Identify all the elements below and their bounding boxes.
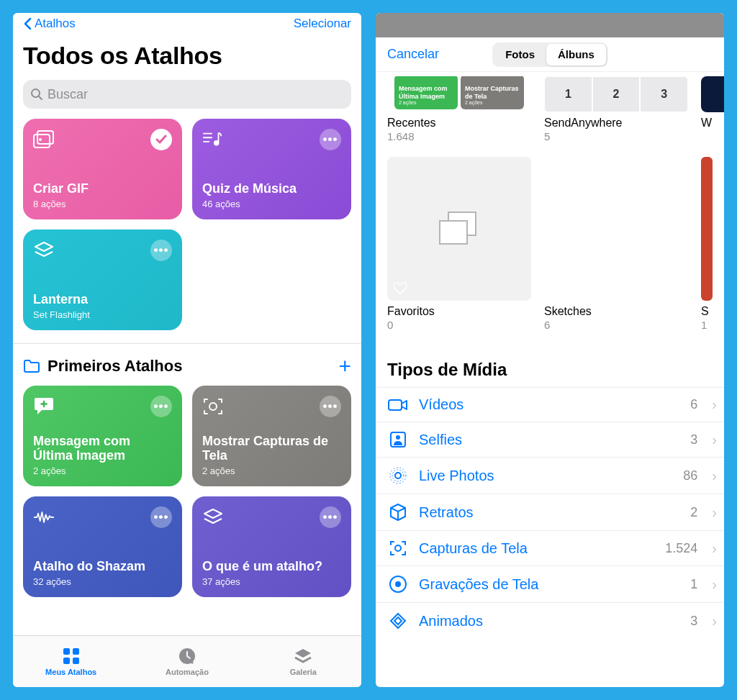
svg-rect-3: [37, 131, 53, 144]
chevron-right-icon: ›: [712, 432, 717, 448]
media-row-gravacoes[interactable]: Gravações de Tela 1 ›: [376, 566, 724, 603]
album-partial-2[interactable]: S 1: [701, 157, 713, 331]
tile-title: Criar GIF: [33, 181, 172, 196]
chevron-right-icon: ›: [712, 504, 717, 521]
album-sendanywhere[interactable]: 1 2 3 SendAnywhere 5: [544, 76, 688, 142]
svg-point-20: [395, 473, 401, 478]
layers-icon: [202, 506, 224, 528]
svg-point-11: [209, 403, 217, 410]
album-name: Sketches: [544, 305, 688, 318]
album-favoritos[interactable]: Favoritos 0: [387, 157, 531, 331]
portrait-icon: [387, 431, 409, 448]
tile-title: Atalho do Shazam: [33, 559, 172, 574]
tile-subtitle: 2 ações: [33, 465, 172, 476]
album-row-2: Favoritos 0 Sketches 6 S 1: [387, 157, 724, 331]
shortcut-tile-mensagem[interactable]: ••• Mensagem com Última Imagem 2 ações: [23, 386, 182, 486]
section-title: Primeiros Atalhos: [48, 357, 182, 376]
album-row-1: Mensagem com Última Imagem 2 ações Mostr…: [387, 76, 724, 142]
capture-icon: [202, 396, 224, 417]
shortcut-tile-quiz-musica[interactable]: ••• Quiz de Música 46 ações: [192, 119, 351, 219]
album-name: Favoritos: [387, 305, 531, 318]
svg-point-19: [396, 435, 400, 440]
frames-icon: [387, 612, 409, 630]
shortcut-tile-capturas[interactable]: ••• Mostrar Capturas de Tela 2 ações: [192, 386, 351, 486]
sa-number: 1: [544, 76, 592, 112]
record-icon: [387, 575, 409, 594]
media-name: Capturas de Tela: [419, 540, 655, 557]
album-count: 5: [544, 130, 688, 142]
more-icon[interactable]: •••: [150, 396, 172, 417]
media-row-retratos[interactable]: Retratos 2 ›: [376, 494, 724, 531]
svg-point-25: [395, 581, 401, 587]
svg-rect-15: [73, 658, 79, 664]
album-count: 6: [544, 319, 688, 331]
segment-albuns[interactable]: Álbuns: [546, 44, 606, 65]
placeholder-stack-icon: [439, 212, 479, 246]
cancel-button[interactable]: Cancelar: [387, 47, 439, 62]
search-input[interactable]: Buscar: [23, 80, 351, 109]
svg-point-21: [392, 470, 404, 481]
album-count: 1.648: [387, 130, 531, 142]
tab-bar: Meus Atalhos Automação Galeria: [13, 635, 361, 687]
grid-icon: [62, 647, 81, 665]
tile-subtitle: 32 ações: [33, 576, 172, 587]
svg-point-8: [214, 140, 220, 146]
tile-title: O que é um atalho?: [202, 559, 341, 574]
top-tiles-grid: Criar GIF 8 ações ••• Quiz de Música 46 …: [13, 119, 361, 340]
media-count: 3: [690, 432, 697, 447]
tile-subtitle: 37 ações: [202, 576, 341, 587]
chevron-right-icon: ›: [712, 576, 717, 593]
more-icon[interactable]: •••: [150, 240, 172, 261]
tab-my-shortcuts[interactable]: Meus Atalhos: [13, 636, 129, 687]
tab-gallery[interactable]: Galeria: [245, 636, 361, 687]
media-row-live-photos[interactable]: Live Photos 86 ›: [376, 458, 724, 494]
more-icon[interactable]: •••: [320, 396, 341, 417]
chevron-right-icon: ›: [712, 468, 717, 484]
tile-title: Mostrar Capturas de Tela: [202, 434, 341, 463]
media-name: Vídeos: [419, 396, 680, 413]
media-count: 1.524: [665, 541, 697, 556]
svg-point-4: [39, 138, 42, 141]
album-recentes[interactable]: Mensagem com Última Imagem 2 ações Mostr…: [387, 76, 531, 142]
media-row-animados[interactable]: Animados 3 ›: [376, 603, 724, 639]
tab-automation[interactable]: Automação: [129, 636, 245, 687]
shortcut-tile-lanterna[interactable]: ••• Lanterna Set Flashlight: [23, 229, 182, 330]
media-row-selfies[interactable]: Selfies 3 ›: [376, 422, 724, 458]
shortcut-tile-shazam[interactable]: ••• Atalho do Shazam 32 ações: [23, 496, 182, 597]
tab-label: Galeria: [290, 668, 317, 676]
chevron-right-icon: ›: [712, 613, 717, 629]
music-list-icon: [202, 129, 224, 150]
stack-icon: [294, 647, 312, 665]
more-icon[interactable]: •••: [320, 506, 341, 528]
svg-rect-2: [34, 135, 50, 147]
media-row-capturas[interactable]: Capturas de Tela 1.524 ›: [376, 531, 724, 566]
media-count: 6: [690, 397, 697, 412]
screenshot-icon: [387, 540, 409, 557]
add-button[interactable]: +: [338, 355, 351, 377]
media-count: 1: [690, 577, 697, 592]
sheet-dim: [376, 13, 724, 37]
svg-point-23: [395, 545, 401, 551]
chat-plus-icon: [33, 396, 55, 417]
shortcut-tile-oque[interactable]: ••• O que é um atalho? 37 ações: [192, 496, 351, 597]
chevron-right-icon: ›: [712, 396, 717, 413]
nav-bar: Atalhos Selecionar: [13, 13, 361, 35]
album-partial-1[interactable]: W: [701, 76, 713, 142]
segment-fotos[interactable]: Fotos: [494, 44, 546, 65]
media-row-videos[interactable]: Vídeos 6 ›: [376, 387, 724, 422]
clock-icon: [178, 647, 196, 665]
shortcut-tile-criar-gif[interactable]: Criar GIF 8 ações: [23, 119, 182, 219]
live-photo-icon: [387, 466, 409, 485]
photo-picker-screen: Cancelar Fotos Álbuns Mensagem com Últim…: [376, 13, 724, 687]
more-icon[interactable]: •••: [150, 506, 172, 528]
media-count: 3: [690, 614, 697, 629]
layers-icon: [33, 240, 55, 261]
media-name: Gravações de Tela: [419, 576, 680, 593]
media-name: Retratos: [419, 504, 680, 521]
more-icon[interactable]: •••: [320, 129, 341, 150]
select-button[interactable]: Selecionar: [294, 17, 351, 31]
album-name: Recentes: [387, 117, 531, 129]
album-sketches[interactable]: Sketches 6: [544, 157, 688, 331]
back-button[interactable]: Atalhos: [23, 17, 76, 31]
waveform-icon: [33, 506, 55, 528]
